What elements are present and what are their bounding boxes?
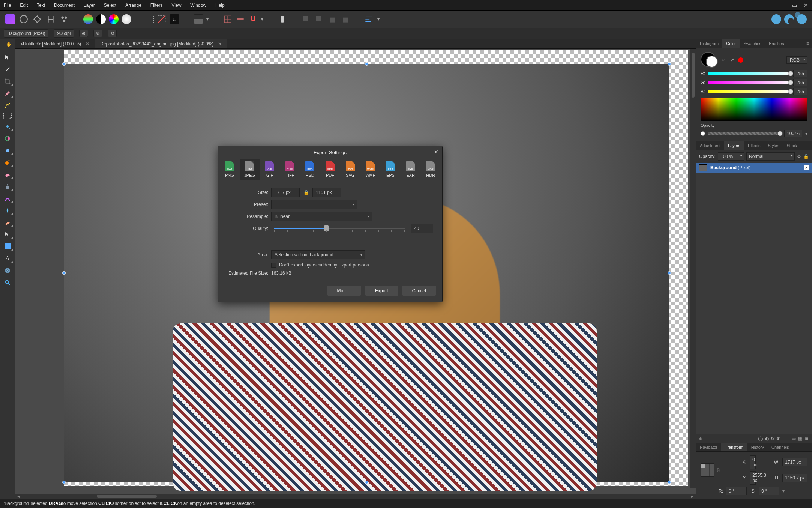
- blend-mode-select[interactable]: Normal: [746, 152, 795, 161]
- quality-field[interactable]: 40: [411, 224, 433, 233]
- menu-arrange[interactable]: Arrange: [125, 3, 141, 8]
- tab-channels[interactable]: Channels: [768, 443, 792, 451]
- dodge-burn-tool-icon[interactable]: [2, 158, 13, 167]
- snap-icon[interactable]: [248, 14, 258, 24]
- erase-tool-icon[interactable]: [2, 170, 13, 179]
- format-jpeg[interactable]: JPG JPEG: [240, 159, 260, 180]
- tab-close-icon[interactable]: ✕: [86, 41, 89, 47]
- rotation-dropdown-icon[interactable]: ▾: [782, 488, 807, 494]
- persona-export-icon[interactable]: [59, 14, 69, 24]
- tab-color[interactable]: Color: [722, 39, 740, 48]
- transform-mode-icon[interactable]: ⟲: [108, 30, 117, 37]
- crop-mask-icon[interactable]: ⧗: [777, 436, 780, 441]
- tab-adjustment[interactable]: Adjustment: [696, 141, 724, 150]
- app-logo-icon[interactable]: [5, 14, 15, 24]
- link-dimensions-icon[interactable]: ⎘: [717, 467, 723, 473]
- dialog-close-icon[interactable]: ✕: [434, 149, 438, 155]
- color-mode-select[interactable]: RGB: [786, 56, 807, 64]
- delete-layer-icon[interactable]: 🗑: [804, 436, 809, 441]
- boolean-add-icon[interactable]: [771, 14, 781, 24]
- deselect-icon[interactable]: [157, 14, 167, 24]
- export-height-field[interactable]: 1151 px: [312, 188, 341, 197]
- tab-navigator[interactable]: Navigator: [696, 443, 721, 451]
- menu-window[interactable]: Window: [190, 3, 206, 8]
- menu-filters[interactable]: Filters: [150, 3, 163, 8]
- format-gif[interactable]: GIF GIF: [260, 159, 280, 180]
- opacity-dropdown-icon[interactable]: ▾: [805, 131, 807, 136]
- tab-swatches[interactable]: Swatches: [740, 39, 765, 48]
- scrollbar-vertical[interactable]: [690, 49, 696, 488]
- export-button[interactable]: Export: [365, 286, 398, 296]
- dont-export-hidden-checkbox[interactable]: [271, 263, 276, 268]
- format-wmf[interactable]: WMF WMF: [360, 159, 380, 180]
- resample-select[interactable]: Bilinear: [271, 212, 372, 221]
- mask-icon[interactable]: ◯: [758, 436, 763, 441]
- lock-aspect-icon[interactable]: 🔒: [303, 189, 309, 196]
- layers-filter-icon[interactable]: ◈: [699, 436, 702, 441]
- tab-brushes[interactable]: Brushes: [765, 39, 788, 48]
- target-icon[interactable]: ⊕: [79, 30, 88, 37]
- paintbrush-tool-icon[interactable]: [2, 89, 13, 98]
- maximize-icon[interactable]: ▭: [792, 2, 797, 8]
- layer-row[interactable]: Background (Pixel) ✓: [696, 163, 812, 173]
- primary-color-swatch[interactable]: [706, 56, 718, 68]
- cancel-button[interactable]: Cancel: [402, 286, 436, 296]
- text-tool-icon[interactable]: A: [2, 254, 13, 263]
- pen-tool-icon[interactable]: [2, 230, 13, 239]
- boolean-intersect-icon[interactable]: [797, 14, 807, 24]
- quick-mask-icon[interactable]: [194, 14, 203, 24]
- hand-tool-icon[interactable]: ✋: [2, 41, 13, 50]
- layer-lock-icon[interactable]: 🔒: [803, 154, 809, 159]
- preset-select[interactable]: [271, 200, 357, 209]
- layer-opacity-field[interactable]: 100 %: [718, 152, 744, 161]
- channel-slider[interactable]: [708, 72, 791, 75]
- menu-view[interactable]: View: [172, 3, 182, 8]
- tab-stock[interactable]: Stock: [783, 141, 801, 150]
- format-hdr[interactable]: HDR HDR: [420, 159, 441, 180]
- menu-help[interactable]: Help: [215, 3, 225, 8]
- select-all-icon[interactable]: [146, 15, 154, 23]
- assistant-icon[interactable]: [278, 14, 287, 24]
- tab-layers[interactable]: Layers: [724, 141, 744, 150]
- tab-effects[interactable]: Effects: [744, 141, 764, 150]
- persona-develop-icon[interactable]: [46, 14, 56, 24]
- channel-value[interactable]: 255: [793, 70, 807, 77]
- tab-transform[interactable]: Transform: [721, 443, 747, 451]
- snap-dropdown-icon[interactable]: ▾: [261, 17, 263, 22]
- sampled-color-swatch[interactable]: [738, 57, 743, 63]
- channel-value[interactable]: 255: [793, 79, 807, 86]
- persona-liquify-icon[interactable]: [32, 14, 42, 24]
- format-psd[interactable]: PSD PSD: [300, 159, 320, 180]
- zoom-tool-icon[interactable]: [2, 278, 13, 287]
- flood-fill-tool-icon[interactable]: [2, 122, 13, 131]
- menu-select[interactable]: Select: [104, 3, 116, 8]
- clone-tool-icon[interactable]: [2, 182, 13, 191]
- tab-histogram[interactable]: Histogram: [696, 39, 722, 48]
- group-icon[interactable]: ▭: [792, 436, 796, 441]
- tab-close-icon[interactable]: ✕: [218, 41, 222, 47]
- align-icon[interactable]: [364, 14, 374, 24]
- move-tool-icon[interactable]: [2, 53, 13, 62]
- export-width-field[interactable]: 1717 px: [271, 188, 300, 197]
- grid-icon[interactable]: [223, 14, 233, 24]
- anchor-picker[interactable]: [701, 463, 714, 477]
- auto-colors-icon[interactable]: [109, 14, 119, 24]
- guides-icon[interactable]: [236, 14, 245, 24]
- s-field[interactable]: 0 °: [759, 487, 779, 495]
- opacity-value-field[interactable]: 100 %: [784, 130, 802, 137]
- x-field[interactable]: 0 px: [750, 455, 756, 469]
- opacity-slider[interactable]: [708, 132, 781, 135]
- scrollbar-horizontal[interactable]: ◂▸: [15, 494, 696, 499]
- swap-colors-icon[interactable]: ⤺: [722, 57, 727, 63]
- close-icon[interactable]: ✕: [804, 2, 808, 8]
- menu-edit[interactable]: Edit: [20, 3, 28, 8]
- adjustment-icon[interactable]: ◐: [765, 436, 769, 441]
- color-picker-tool-icon[interactable]: [2, 65, 13, 74]
- inpainting-tool-icon[interactable]: [2, 194, 13, 203]
- w-field[interactable]: 1717 px: [782, 458, 807, 466]
- auto-wb-icon[interactable]: [122, 14, 131, 24]
- eye-icon[interactable]: 👁: [93, 30, 102, 37]
- channel-slider[interactable]: [708, 81, 791, 84]
- paint-mixer-tool-icon[interactable]: [2, 134, 13, 143]
- quality-slider[interactable]: [274, 228, 405, 229]
